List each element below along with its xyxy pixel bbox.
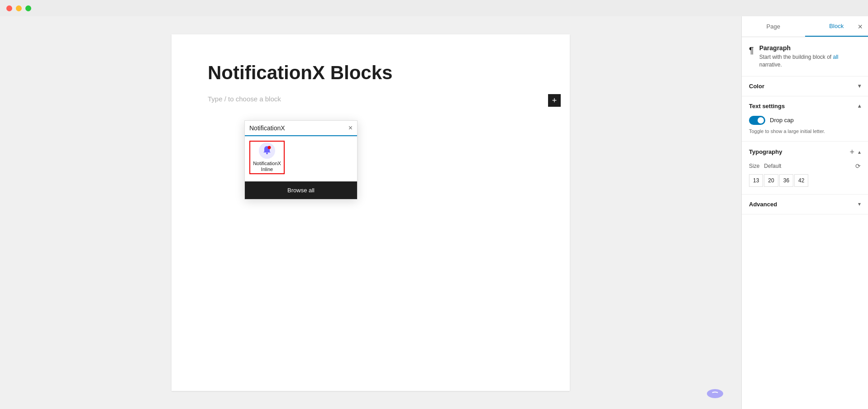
- color-chevron-icon: ▾: [858, 83, 861, 89]
- size-default-label: Default: [764, 163, 781, 169]
- all-link[interactable]: all: [833, 54, 839, 60]
- color-section-header[interactable]: Color ▾: [742, 76, 868, 96]
- block-placeholder: Type / to choose a block +: [208, 95, 534, 103]
- svg-point-1: [266, 152, 268, 154]
- block-item-label: NotificationX Inline: [253, 161, 281, 172]
- sidebar-close-button[interactable]: ×: [858, 23, 863, 31]
- maximize-button[interactable]: [25, 5, 31, 11]
- typography-header[interactable]: Typography + ▴: [742, 142, 868, 162]
- text-settings-chevron-icon: ▴: [858, 103, 861, 109]
- typography-content: Size Default ⟳ 13 20 36 42: [742, 162, 868, 194]
- size-preset-20[interactable]: 20: [764, 174, 778, 187]
- size-text: Size: [749, 163, 759, 169]
- editor-container: NotificationX Blocks Type / to choose a …: [0, 16, 868, 409]
- drop-cap-label: Drop cap: [770, 117, 794, 124]
- color-section: Color ▾: [742, 76, 868, 96]
- page-title: NotificationX Blocks: [208, 62, 534, 84]
- right-sidebar: Page Block × ¶ Paragraph Start with the …: [741, 16, 868, 409]
- typography-chevron-icon: ▴: [858, 149, 861, 155]
- tab-page[interactable]: Page: [742, 17, 805, 36]
- text-settings-label: Text settings: [749, 103, 785, 109]
- browse-all-button[interactable]: Browse all: [245, 181, 357, 199]
- block-item-notificationx-inline[interactable]: NotificationX Inline: [249, 141, 285, 174]
- svg-point-3: [707, 389, 723, 398]
- block-picker-search-row: ×: [245, 121, 357, 136]
- typography-actions: + ▴: [849, 148, 861, 156]
- page-canvas: NotificationX Blocks Type / to choose a …: [172, 34, 570, 391]
- size-row: Size Default ⟳: [749, 162, 861, 170]
- sidebar-tabs: Page Block ×: [742, 16, 868, 37]
- title-bar: [0, 0, 868, 16]
- svg-point-2: [268, 146, 271, 149]
- block-search-input[interactable]: [249, 124, 345, 132]
- block-picker: × NotificationX: [244, 120, 358, 200]
- block-picker-results: NotificationX Inline: [245, 136, 357, 181]
- text-settings-section: Text settings ▴ Drop cap Toggle to show …: [742, 96, 868, 142]
- canvas-area: NotificationX Blocks Type / to choose a …: [0, 16, 741, 409]
- block-info-text: Paragraph Start with the building block …: [759, 44, 861, 69]
- close-button[interactable]: [6, 5, 12, 11]
- typography-section: Typography + ▴ Size Default ⟳ 13: [742, 142, 868, 195]
- size-reset-icon[interactable]: ⟳: [855, 162, 861, 170]
- size-label: Size Default: [749, 163, 781, 169]
- size-preset-42[interactable]: 42: [794, 174, 808, 187]
- color-label: Color: [749, 83, 764, 90]
- size-presets: 13 20 36 42: [749, 174, 861, 187]
- drop-cap-description: Toggle to show a large initial letter.: [749, 128, 861, 134]
- advanced-chevron-icon: ▾: [858, 201, 861, 207]
- block-info-name: Paragraph: [759, 44, 861, 52]
- text-settings-content: Drop cap Toggle to show a large initial …: [742, 116, 868, 141]
- minimize-button[interactable]: [16, 5, 22, 11]
- block-picker-clear-button[interactable]: ×: [348, 124, 353, 132]
- bottom-icon: [707, 389, 723, 400]
- placeholder-text: Type / to choose a block: [208, 95, 281, 103]
- block-info-description: Start with the building block of all nar…: [759, 53, 861, 69]
- advanced-header[interactable]: Advanced ▾: [742, 195, 868, 214]
- advanced-label: Advanced: [749, 201, 777, 208]
- text-settings-header[interactable]: Text settings ▴: [742, 96, 868, 116]
- typography-add-icon[interactable]: +: [849, 148, 854, 156]
- advanced-section: Advanced ▾: [742, 195, 868, 214]
- paragraph-icon: ¶: [749, 45, 754, 56]
- drop-cap-toggle[interactable]: [749, 116, 765, 125]
- block-info: ¶ Paragraph Start with the building bloc…: [742, 37, 868, 76]
- size-preset-13[interactable]: 13: [749, 174, 763, 187]
- drop-cap-row: Drop cap: [749, 116, 861, 125]
- notificationx-icon: [258, 143, 276, 159]
- add-block-button[interactable]: +: [548, 94, 561, 107]
- size-preset-36[interactable]: 36: [779, 174, 793, 187]
- typography-label: Typography: [749, 148, 782, 155]
